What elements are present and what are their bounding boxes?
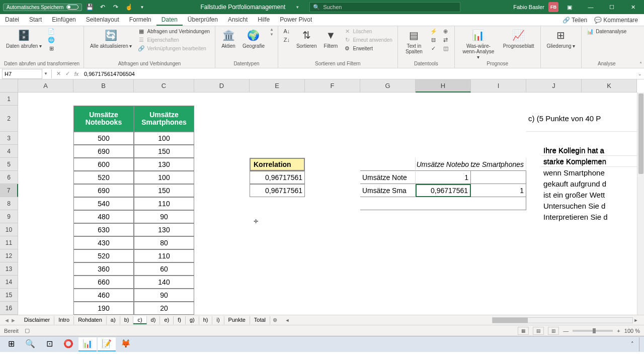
data-analysis-button[interactable]: 📊Datenanalyse [586,27,627,35]
column-header-E[interactable]: E [250,79,305,93]
cell-b15[interactable]: 460 [73,289,134,302]
row-header-7[interactable]: 7 [0,184,18,197]
sheet-tab-total[interactable]: Total [250,316,270,324]
ribbon-mode-icon[interactable]: ▣ [559,0,580,14]
row-header-3[interactable]: 3 [0,132,18,145]
hscroll-left-icon[interactable]: ◄ [284,318,290,323]
text-line[interactable]: Ihre Kollegin hat a [541,145,644,156]
text-line[interactable]: starke Komplemen [541,156,644,167]
sheet-tab-e[interactable]: e) [160,316,174,324]
relationships-button[interactable]: ⇄ [441,36,450,44]
menu-tab-seitenlayout[interactable]: Seitenlayout [81,15,124,26]
column-header-D[interactable]: D [194,79,250,93]
word-taskbar-icon[interactable]: 📝 [98,337,116,351]
outline-button[interactable]: ⊞Gliederung ▾ [545,27,578,50]
cell-b3[interactable]: 500 [73,132,134,145]
column-header-K[interactable]: K [582,79,637,93]
cell-b7[interactable]: 690 [73,184,134,197]
row-header-11[interactable]: 11 [0,236,18,249]
sheet-tab-punkte[interactable]: Punkte [224,316,250,324]
sort-az-button[interactable]: A↓ [282,27,291,35]
matrix-row-label-1[interactable]: Umsätze Note [360,171,416,184]
cell-c5[interactable]: 130 [134,158,194,171]
stocks-button[interactable]: 🏛️Aktien [219,27,237,50]
cancel-formula-icon[interactable]: ✕ [54,69,63,78]
menu-tab-ansicht[interactable]: Ansicht [223,15,253,26]
flash-fill-button[interactable]: ⚡ [429,27,438,35]
row-header-16[interactable]: 16 [0,302,18,315]
row-header-14[interactable]: 14 [0,276,18,289]
menu-tab-daten[interactable]: Daten [156,15,183,26]
filter-button[interactable]: ▼Filtern [321,27,340,50]
text-to-columns-button[interactable]: ▤Text in Spalten [402,27,426,55]
from-web-button[interactable]: 🌐 [47,36,56,44]
collapse-ribbon-icon[interactable]: ˄ [639,61,642,67]
tray-chevron-icon[interactable]: ˄ [631,341,634,347]
row-header-4[interactable]: 4 [0,145,18,158]
sheet-tab-a[interactable]: a) [107,316,120,324]
share-button[interactable]: 🔗 Teilen [559,16,590,25]
sheet-tab-rohdaten[interactable]: Rohdaten [74,316,107,324]
sort-button[interactable]: ⇅Sortieren [294,27,319,50]
korrelation-value-1[interactable]: 0,96717561 [250,171,305,184]
sheet-tab-b[interactable]: b) [120,316,134,324]
column-header-J[interactable]: J [526,79,582,93]
user-avatar[interactable]: FB [548,2,558,12]
row-header-8[interactable]: 8 [0,197,18,210]
row-header-10[interactable]: 10 [0,223,18,236]
sheet-tab-i[interactable]: i) [212,316,224,324]
cell-b4[interactable]: 690 [73,145,134,158]
sheet-nav-prev-icon[interactable]: ◄ [4,317,10,323]
korrelation-value-2[interactable]: 0,96717561 [250,184,305,197]
row-header-12[interactable]: 12 [0,249,18,262]
cell-c8[interactable]: 110 [134,197,194,210]
comments-button[interactable]: 💬 Kommentare [591,16,641,25]
horizontal-scrollbar[interactable] [492,317,633,323]
show-desktop-button[interactable] [639,337,642,351]
sheet-tab-h[interactable]: h) [199,316,213,324]
redo-icon[interactable]: ↷ [110,2,121,13]
data-validation-button[interactable]: ✓ [429,44,438,52]
new-sheet-button[interactable]: ⊕ [270,317,279,323]
cell-c12[interactable]: 110 [134,249,194,262]
cell-c10[interactable]: 130 [134,223,194,236]
cell-b10[interactable]: 630 [73,223,134,236]
sheet-tab-disclaimer[interactable]: Disclaimer [20,316,54,324]
fx-icon[interactable]: fx [72,69,81,78]
zoom-out-button[interactable]: — [563,328,569,334]
name-box[interactable]: H7 [2,69,42,79]
zoom-slider[interactable] [573,330,613,332]
header-smartphones[interactable]: UmsätzeSmartphones [134,106,194,132]
autosave-toggle[interactable]: Automatisches Speichern [3,4,82,11]
text-c-header[interactable]: c) (5 Punkte von 40 P [526,106,644,132]
from-text-button[interactable]: 📄 [47,27,56,35]
hscroll-right-icon[interactable]: ► [633,318,639,323]
cell-c7[interactable]: 150 [134,184,194,197]
cell-b5[interactable]: 600 [73,158,134,171]
cell-c15[interactable]: 90 [134,289,194,302]
menu-tab-formeln[interactable]: Formeln [124,15,156,26]
row-header-1[interactable]: 1 [0,93,18,106]
queries-button[interactable]: ▦Abfragen und Verbindungen [137,27,211,35]
firefox-taskbar-icon[interactable]: 🦊 [117,337,135,351]
app-icon[interactable]: ⭕ [59,337,77,351]
text-line[interactable]: wenn Smartphone [541,167,644,178]
search-button[interactable]: 🔍 [21,337,39,351]
menu-tab-einfügen[interactable]: Einfügen [47,15,80,26]
user-name[interactable]: Fabio Basler [513,4,544,10]
row-header-9[interactable]: 9 [0,210,18,223]
sheet-tab-g[interactable]: g) [186,316,199,324]
sheet-tab-f[interactable]: f) [174,316,186,324]
menu-tab-überprüfen[interactable]: Überprüfen [183,15,223,26]
column-header-C[interactable]: C [134,79,194,93]
from-table-button[interactable]: ⊞ [47,44,56,52]
text-line[interactable]: Interpretieren Sie d [541,211,644,222]
refresh-all-button[interactable]: 🔄Alle aktualisieren ▾ [88,27,134,50]
row-header-6[interactable]: 6 [0,171,18,184]
normal-view-button[interactable]: ▦ [518,327,529,335]
row-header-2[interactable]: 2 [0,106,18,132]
menu-tab-power pivot[interactable]: Power Pivot [275,15,317,26]
enter-formula-icon[interactable]: ✓ [63,69,72,78]
matrix-header-1[interactable]: Umsätze Notebo [416,158,471,171]
cell-c3[interactable]: 100 [134,132,194,145]
